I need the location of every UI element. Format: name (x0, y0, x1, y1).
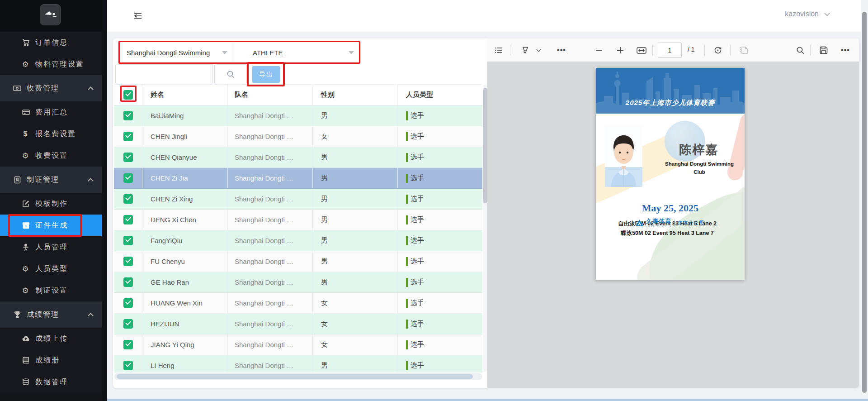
sidebar-item-order-info[interactable]: 订单信息 (0, 32, 107, 53)
account-menu[interactable]: kazovision (785, 10, 829, 18)
table-row[interactable]: FangYiQiu Shanghai Dongti … 男 选手 (114, 230, 482, 251)
more-tools-button[interactable]: ••• (555, 44, 568, 57)
column-header-type[interactable]: 人员类型 (398, 85, 482, 105)
team-select[interactable]: Shanghai Dongti Swimming (120, 43, 233, 62)
sidebar-logo-area (0, 0, 107, 32)
type-tag-bar (406, 132, 408, 141)
credit-card-icon (20, 109, 32, 115)
table-row[interactable]: CHEN Qianyue Shanghai Dongti … 男 选手 (114, 147, 482, 168)
table-row[interactable]: LI Heng Shanghai Dongti … 男 选手 (114, 355, 482, 372)
search-button[interactable] (214, 64, 247, 84)
row-checkbox[interactable] (123, 340, 133, 349)
sidebar-item-results-upload[interactable]: 成绩上传 (0, 328, 107, 349)
table-row[interactable]: HUANG Wen Xin Shanghai Dongti … 女 选手 (114, 293, 482, 314)
row-checkbox[interactable] (123, 257, 133, 266)
collapse-menu-icon (133, 12, 142, 20)
table-vertical-scrollbar[interactable] (483, 84, 487, 372)
column-header-team[interactable]: 队名 (228, 85, 313, 105)
window-horizontal-scrollbar[interactable] (107, 399, 868, 401)
zoom-out-button[interactable] (593, 44, 605, 57)
table-horizontal-scrollbar[interactable] (114, 373, 482, 380)
chevron-up-icon (88, 86, 94, 92)
sidebar-item-label: 制证设置 (35, 286, 68, 296)
row-checkbox[interactable] (123, 277, 133, 287)
zoom-in-button[interactable] (614, 44, 627, 57)
page-view-button[interactable] (738, 44, 750, 57)
sidebar: 订单信息 ⚙ 物料管理设置 收费管理 费用汇总 $ 报名费设置 ⚙ 收 (0, 0, 107, 401)
row-checkbox[interactable] (123, 361, 133, 370)
column-header-name[interactable]: 姓名 (142, 85, 228, 105)
page-number-input[interactable] (658, 43, 682, 58)
sidebar-item-fee-settings[interactable]: ⚙ 收费设置 (0, 145, 107, 167)
highlighter-tool-button[interactable] (519, 44, 532, 57)
row-checkbox[interactable] (123, 194, 133, 204)
sidebar-item-fee-summary[interactable]: 费用汇总 (0, 101, 107, 123)
table-row[interactable]: GE Hao Ran Shanghai Dongti … 男 选手 (114, 272, 482, 293)
highlighter-dropdown-chevron-icon[interactable] (534, 44, 543, 57)
sidebar-item-material-settings[interactable]: ⚙ 物料管理设置 (0, 53, 107, 75)
thumbnails-panel-button[interactable] (492, 44, 505, 57)
row-checkbox[interactable] (123, 236, 133, 245)
scrollbar-thumb[interactable] (117, 374, 473, 379)
table-row[interactable]: CHEN Jingli Shanghai Dongti … 女 选手 (114, 126, 482, 147)
certificate-page: 2025年上海市少儿体育联赛 (596, 68, 745, 280)
row-checkbox[interactable] (123, 132, 133, 141)
window-vertical-scrollbar[interactable] (861, 0, 868, 401)
pdf-canvas[interactable]: 2025年上海市少儿体育联赛 (487, 62, 859, 388)
gear-icon: ⚙ (20, 152, 32, 160)
row-checkbox[interactable] (123, 298, 133, 308)
table-header-row: 姓名 队名 性别 人员类型 (114, 85, 482, 105)
column-header-gender[interactable]: 性别 (313, 85, 398, 105)
scrollbar-thumb[interactable] (862, 12, 867, 393)
team-select-value: Shanghai Dongti Swimming (127, 49, 210, 57)
save-button[interactable] (817, 44, 830, 57)
sidebar-collapse-button[interactable] (131, 9, 145, 23)
certificate-date: May 25, 2025 (596, 202, 745, 214)
search-input[interactable] (115, 64, 213, 84)
sidebar-section-label: 收费管理 (27, 84, 59, 93)
row-checkbox[interactable] (123, 153, 133, 162)
sidebar-item-personnel-type[interactable]: ⚙ 人员类型 (0, 258, 107, 280)
table-row[interactable]: CHEN Zi Xing Shanghai Dongti … 男 选手 (114, 189, 482, 210)
sidebar-item-entry-fee-settings[interactable]: $ 报名费设置 (0, 123, 107, 145)
sidebar-item-data-management[interactable]: 数据管理 (0, 371, 107, 393)
row-checkbox[interactable] (123, 111, 133, 120)
organizer-logo: 久事体育 JUSS SPORTS 东体分公司 (596, 218, 745, 227)
sidebar-section-fee-management[interactable]: 收费管理 (0, 75, 107, 101)
sidebar-item-template-design[interactable]: 模板制作 (0, 193, 107, 215)
sidebar-item-certificate-generation[interactable]: 证件生成 (0, 215, 107, 236)
row-checkbox[interactable] (123, 319, 133, 329)
fit-to-width-button[interactable] (635, 44, 648, 57)
sidebar-item-certificate-settings[interactable]: ⚙ 制证设置 (0, 280, 107, 301)
rotate-page-button[interactable] (712, 44, 724, 57)
athlete-photo (605, 125, 642, 187)
row-checkbox[interactable] (123, 173, 133, 183)
type-tag-bar (406, 195, 408, 204)
sidebar-item-personnel-management[interactable]: 人员管理 (0, 236, 107, 258)
select-all-checkbox[interactable] (123, 90, 133, 100)
dollar-icon: $ (20, 130, 32, 138)
table-row[interactable]: BaiJiaMing Shanghai Dongti … 男 选手 (114, 105, 482, 126)
page-count-label: / 1 (688, 46, 695, 53)
scrollbar-thumb[interactable] (483, 88, 487, 203)
sidebar-section-certificate-management[interactable]: 制证管理 (0, 167, 107, 193)
table-row[interactable]: JIANG Yi Qing Shanghai Dongti … 女 选手 (114, 334, 482, 355)
export-button[interactable]: 导出 (252, 66, 280, 83)
search-document-button[interactable] (794, 44, 807, 57)
sidebar-item-results-book[interactable]: 成绩册 (0, 349, 107, 371)
edit-icon (20, 200, 32, 207)
row-checkbox[interactable] (123, 215, 133, 224)
gear-icon: ⚙ (20, 61, 32, 68)
table-row[interactable]: HEZIJUN Shanghai Dongti … 女 选手 (114, 314, 482, 334)
sidebar-item-label: 物料管理设置 (35, 60, 84, 69)
sidebar-section-results-management[interactable]: 成绩管理 (0, 301, 107, 328)
banknote-icon (11, 85, 23, 91)
type-tag-bar (406, 215, 408, 224)
table-row-selected[interactable]: CHEN Zi Jia Shanghai Dongti … 男 选手 (114, 168, 482, 189)
table-row[interactable]: FU Chenyu Shanghai Dongti … 男 选手 (114, 251, 482, 272)
table-row[interactable]: DENG Xi Chen Shanghai Dongti … 男 选手 (114, 210, 482, 230)
more-options-button[interactable]: ••• (839, 44, 852, 57)
app-logo[interactable] (40, 4, 61, 25)
sidebar-scrollbar-gutter[interactable] (102, 0, 107, 401)
person-type-select[interactable]: ATHLETE (246, 43, 359, 62)
